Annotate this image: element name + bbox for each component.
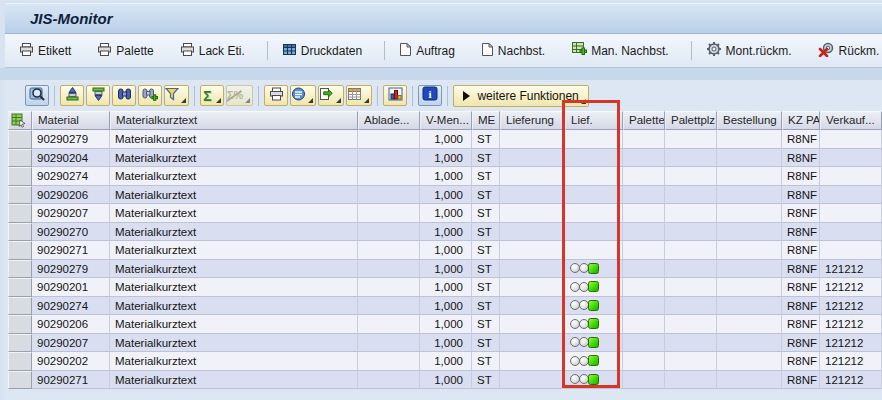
column-header-kz-pa[interactable]: KZ PA (782, 111, 820, 130)
find-button[interactable] (112, 85, 136, 106)
sum-button[interactable]: Σ (200, 85, 224, 106)
cell-kz-pa[interactable]: R8NF (782, 130, 820, 149)
cell-v-menge[interactable]: 1,000 (420, 260, 472, 279)
cell-palettplz[interactable] (665, 167, 717, 186)
cell-palettplz[interactable] (665, 223, 717, 242)
cell-me[interactable]: ST (472, 167, 500, 186)
cell-material[interactable]: 90290279 (32, 130, 110, 149)
print-button[interactable] (264, 85, 288, 106)
druckdaten-button[interactable]: Druckdaten (276, 39, 368, 63)
cell-verkauf[interactable]: 121212 (820, 297, 882, 316)
cell-verkauf[interactable] (820, 186, 882, 205)
cell-bestellung[interactable] (717, 260, 782, 279)
cell-kz-pa[interactable]: R8NF (782, 278, 820, 297)
cell-verkauf[interactable]: 121212 (820, 334, 882, 353)
column-header-verkauf[interactable]: Verkauf... (820, 111, 882, 130)
cell-v-menge[interactable]: 1,000 (420, 371, 472, 390)
cell-me[interactable]: ST (472, 297, 500, 316)
cell-me[interactable]: ST (472, 204, 500, 223)
cell-verkauf[interactable] (820, 204, 882, 223)
select-all-button[interactable] (8, 111, 32, 130)
cell-lieferung[interactable] (500, 297, 565, 316)
filter-button[interactable] (164, 85, 189, 106)
export-button[interactable] (318, 85, 344, 106)
cell-v-menge[interactable]: 1,000 (420, 149, 472, 168)
cell-materialkurztext[interactable]: Materialkurztext (110, 149, 358, 168)
cell-me[interactable]: ST (472, 241, 500, 260)
cell-materialkurztext[interactable]: Materialkurztext (110, 352, 358, 371)
cell-palette[interactable] (623, 371, 665, 390)
row-select-button[interactable] (8, 241, 32, 260)
cell-me[interactable]: ST (472, 278, 500, 297)
cell-bestellung[interactable] (717, 334, 782, 353)
cell-bestellung[interactable] (717, 278, 782, 297)
cell-bestellung[interactable] (717, 186, 782, 205)
cell-material[interactable]: 90290271 (32, 371, 110, 390)
cell-me[interactable]: ST (472, 149, 500, 168)
cell-bestellung[interactable] (717, 315, 782, 334)
cell-material[interactable]: 90290206 (32, 315, 110, 334)
column-header-palette[interactable]: Palette (623, 111, 665, 130)
cell-palette[interactable] (623, 241, 665, 260)
row-select-button[interactable] (8, 167, 32, 186)
cell-materialkurztext[interactable]: Materialkurztext (110, 241, 358, 260)
cell-materialkurztext[interactable]: Materialkurztext (110, 223, 358, 242)
cell-kz-pa[interactable]: R8NF (782, 167, 820, 186)
cell-kz-pa[interactable]: R8NF (782, 260, 820, 279)
cell-materialkurztext[interactable]: Materialkurztext (110, 334, 358, 353)
weitere-funktionen-button[interactable]: weitere Funktionen (453, 85, 588, 107)
cell-materialkurztext[interactable]: Materialkurztext (110, 297, 358, 316)
cell-lief[interactable] (565, 149, 623, 168)
cell-abladestelle[interactable] (358, 241, 420, 260)
cell-lieferung[interactable] (500, 334, 565, 353)
graphic-button[interactable] (383, 85, 407, 106)
cell-lieferung[interactable] (500, 260, 565, 279)
cell-abladestelle[interactable] (358, 371, 420, 390)
cell-lieferung[interactable] (500, 371, 565, 390)
row-select-button[interactable] (8, 130, 32, 149)
cell-bestellung[interactable] (717, 371, 782, 390)
cell-material[interactable]: 90290202 (32, 352, 110, 371)
cell-lief[interactable] (565, 130, 623, 149)
cell-palettplz[interactable] (665, 260, 717, 279)
find-next-button[interactable] (138, 85, 162, 106)
cell-verkauf[interactable]: 121212 (820, 278, 882, 297)
cell-v-menge[interactable]: 1,000 (420, 315, 472, 334)
cell-kz-pa[interactable]: R8NF (782, 315, 820, 334)
cell-material[interactable]: 90290270 (32, 223, 110, 242)
cell-bestellung[interactable] (717, 149, 782, 168)
cell-lief[interactable] (565, 371, 623, 390)
cell-palettplz[interactable] (665, 352, 717, 371)
cell-palette[interactable] (623, 315, 665, 334)
cell-lieferung[interactable] (500, 204, 565, 223)
cell-bestellung[interactable] (717, 241, 782, 260)
row-select-button[interactable] (8, 278, 32, 297)
cell-palettplz[interactable] (665, 204, 717, 223)
cell-v-menge[interactable]: 1,000 (420, 186, 472, 205)
cell-verkauf[interactable] (820, 149, 882, 168)
cell-palette[interactable] (623, 223, 665, 242)
cell-lieferung[interactable] (500, 315, 565, 334)
cell-kz-pa[interactable]: R8NF (782, 186, 820, 205)
cell-kz-pa[interactable]: R8NF (782, 297, 820, 316)
cell-palettplz[interactable] (665, 186, 717, 205)
cell-me[interactable]: ST (472, 371, 500, 390)
cell-bestellung[interactable] (717, 130, 782, 149)
cell-lief[interactable] (565, 167, 623, 186)
lack-eti-button[interactable]: Lack Eti. (174, 39, 251, 63)
cell-bestellung[interactable] (717, 204, 782, 223)
cell-palette[interactable] (623, 260, 665, 279)
cell-verkauf[interactable] (820, 130, 882, 149)
cell-bestellung[interactable] (717, 223, 782, 242)
cell-kz-pa[interactable]: R8NF (782, 241, 820, 260)
cell-abladestelle[interactable] (358, 334, 420, 353)
cell-lieferung[interactable] (500, 130, 565, 149)
cell-palette[interactable] (623, 130, 665, 149)
cell-abladestelle[interactable] (358, 260, 420, 279)
row-select-button[interactable] (8, 334, 32, 353)
cell-verkauf[interactable]: 121212 (820, 315, 882, 334)
cell-lieferung[interactable] (500, 352, 565, 371)
cell-material[interactable]: 90290271 (32, 241, 110, 260)
cell-material[interactable]: 90290274 (32, 297, 110, 316)
cell-palette[interactable] (623, 352, 665, 371)
